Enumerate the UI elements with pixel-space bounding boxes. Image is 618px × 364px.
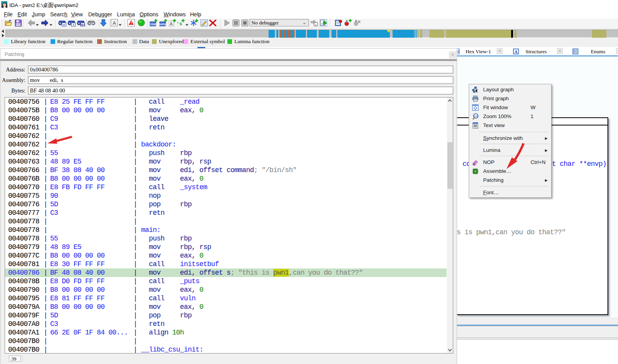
svg-text:DATA: DATA [159,23,166,26]
svg-text:T: T [72,23,74,26]
svg-text:c: c [315,23,317,26]
svg-text:CODE: CODE [150,23,157,26]
svg-text:‘s: ‘s [177,21,182,27]
svg-text:c: c [321,21,323,25]
svg-text:A: A [113,20,116,26]
svg-text:0]: 0] [457,50,459,54]
svg-text:A: A [170,21,173,26]
svg-text:A: A [515,50,518,54]
svg-text:101: 101 [80,23,85,26]
svg-text:1:1: 1:1 [474,115,478,118]
